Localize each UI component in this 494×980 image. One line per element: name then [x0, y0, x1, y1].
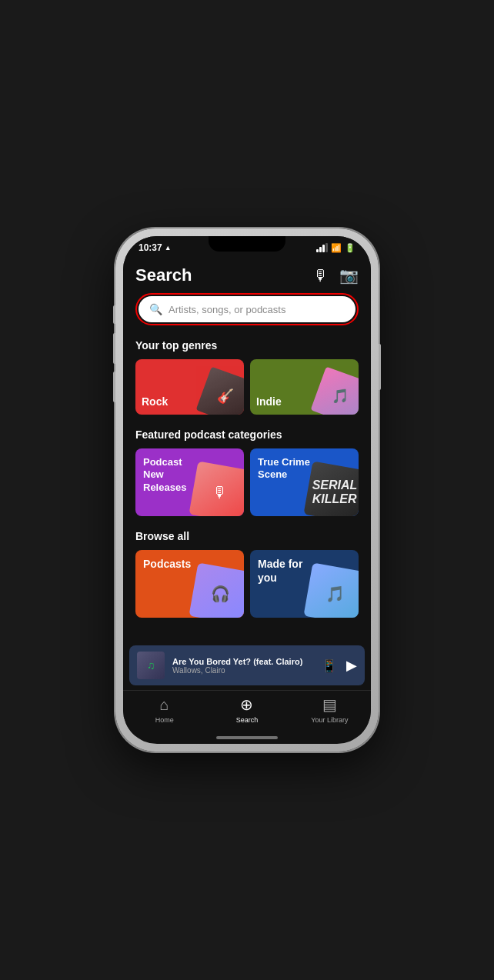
main-content: Search 🎙 📷 🔍 Artists, songs, or podcasts…	[123, 256, 371, 645]
home-icon: ⌂	[160, 696, 169, 714]
search-nav-icon: ⊕	[240, 695, 253, 714]
page-title: Search	[135, 265, 192, 285]
nav-item-home[interactable]: ⌂ Home	[123, 696, 205, 724]
podcast-card-new-releases[interactable]: Podcast New Releases 🎙	[135, 448, 244, 516]
volume-up-button[interactable]	[113, 333, 115, 364]
podcast-categories-label: Featured podcast categories	[135, 428, 359, 441]
page-header: Search 🎙 📷	[135, 256, 359, 293]
podcasts-browse-deco: 🎧	[189, 562, 244, 618]
notch	[209, 236, 285, 252]
battery-icon: 🔋	[345, 243, 355, 253]
connect-devices-icon[interactable]: 📱	[322, 658, 337, 673]
rock-deco: 🎸	[196, 367, 244, 415]
browse-podcasts-label: Podcasts	[143, 558, 191, 572]
podcast-new-releases-label: Podcast New Releases	[143, 456, 199, 494]
spotify-logo-icon: ♫	[147, 659, 155, 672]
phone-screen: 10:37 ▲ 📶 🔋 Search 🎙 �	[123, 236, 371, 744]
browse-made-for-you-label: Made for you	[258, 558, 309, 585]
play-button[interactable]: ▶	[346, 657, 357, 674]
microphone-icon[interactable]: 🎙	[313, 267, 329, 285]
now-playing-controls: 📱 ▶	[322, 657, 357, 674]
phone-frame: 10:37 ▲ 📶 🔋 Search 🎙 �	[115, 228, 379, 752]
browse-all-label: Browse all	[135, 530, 359, 542]
podcast-grid: Podcast New Releases 🎙 True Crime Scene …	[135, 448, 359, 516]
home-nav-label: Home	[155, 716, 174, 724]
now-playing-info: Are You Bored Yet? (feat. Clairo) Wallow…	[172, 657, 314, 675]
genre-card-indie[interactable]: Indie 🎵	[250, 359, 359, 415]
home-indicator	[216, 736, 278, 739]
status-time: 10:37	[139, 242, 162, 253]
volume-silent-button[interactable]	[113, 305, 115, 324]
indie-deco: 🎵	[311, 367, 359, 415]
camera-icon[interactable]: 📷	[339, 266, 359, 285]
genre-grid: Rock 🎸 Indie 🎵	[135, 359, 359, 415]
search-icon: 🔍	[149, 303, 162, 315]
signal-icon	[316, 243, 328, 252]
volume-down-button[interactable]	[113, 372, 115, 402]
header-icons: 🎙 📷	[313, 266, 359, 285]
nav-item-search[interactable]: ⊕ Search	[205, 695, 288, 724]
now-playing-bar[interactable]: ♫ Are You Bored Yet? (feat. Clairo) Wall…	[129, 645, 365, 685]
wifi-icon: 📶	[331, 243, 342, 253]
browse-card-podcasts[interactable]: Podcasts 🎧	[135, 550, 244, 618]
search-bar[interactable]: 🔍 Artists, songs, or podcasts	[139, 296, 355, 322]
search-bar-wrapper[interactable]: 🔍 Artists, songs, or podcasts	[135, 293, 359, 325]
podcast-true-crime-label: True Crime Scene	[258, 456, 314, 482]
genre-rock-label: Rock	[142, 395, 168, 408]
search-nav-label: Search	[236, 716, 259, 724]
location-icon: ▲	[165, 244, 172, 252]
browse-card-made-for-you[interactable]: Made for you 🎵	[250, 550, 359, 618]
genre-indie-label: Indie	[256, 395, 282, 408]
search-placeholder: Artists, songs, or podcasts	[169, 304, 285, 315]
power-button[interactable]	[379, 344, 381, 390]
now-playing-title: Are You Bored Yet? (feat. Clairo)	[172, 657, 314, 666]
bottom-nav: ⌂ Home ⊕ Search ▤ Your Library	[123, 690, 371, 736]
podcast-card-true-crime[interactable]: True Crime Scene SERIALKILLER	[250, 448, 359, 516]
nav-item-library[interactable]: ▤ Your Library	[289, 695, 371, 724]
top-genres-label: Your top genres	[135, 339, 359, 352]
library-icon: ▤	[322, 695, 337, 714]
now-playing-thumbnail: ♫	[137, 652, 165, 679]
made-for-you-deco: 🎵	[303, 562, 359, 618]
browse-grid: Podcasts 🎧 Made for you 🎵	[135, 550, 359, 618]
now-playing-artist: Wallows, Clairo	[172, 666, 314, 675]
genre-card-rock[interactable]: Rock 🎸	[135, 359, 244, 415]
status-icons: 📶 🔋	[316, 243, 355, 253]
library-nav-label: Your Library	[311, 716, 348, 724]
